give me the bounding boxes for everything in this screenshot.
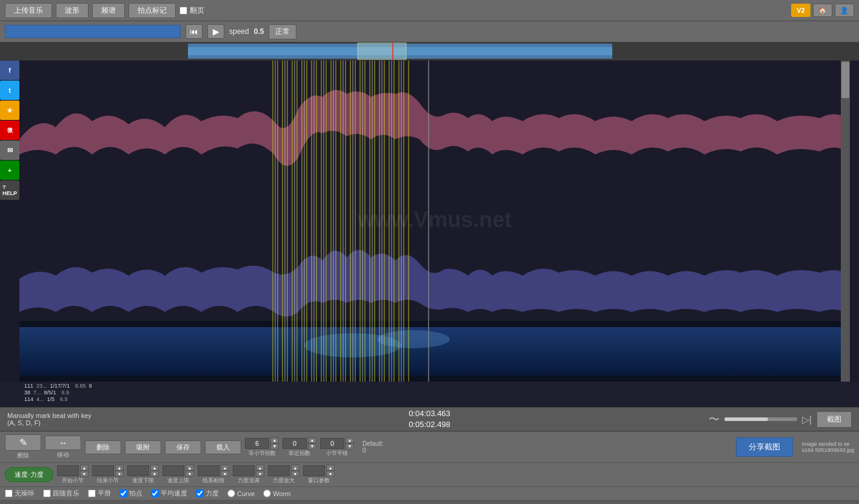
force-zoom-up[interactable]: ▲ [291,465,299,471]
screenshot-button[interactable]: 截图 [817,411,852,428]
force-checkbox[interactable] [196,489,204,497]
beats-per-bar-spinner[interactable]: ▲ ▼ [245,437,279,449]
normal-speed-button[interactable]: 正常 [269,24,296,39]
v2-icon[interactable]: V2 [791,4,811,17]
second-toolbar: 弱明演奏1 ⏮ ▶ speed 0.5 正常 [0,21,859,42]
snap-to-down[interactable]: ▼ [308,443,316,449]
waveform-button[interactable]: 波形 [56,3,89,18]
snap-to-up[interactable]: ▲ [308,437,316,443]
window-param-up[interactable]: ▲ [326,465,335,471]
force-zoom-input[interactable] [268,465,290,476]
scrollbar-thumb[interactable] [841,62,849,98]
beat-checkbox[interactable] [119,489,127,497]
no-noise-checkbox[interactable] [5,489,13,497]
upload-button[interactable]: 上传音乐 [5,3,52,18]
delete-button[interactable]: 删除 [85,440,121,454]
absorb-tool-group: 吸附 [125,440,161,454]
end-bar-down[interactable]: ▼ [115,471,124,477]
mail-button[interactable]: ✉ [0,141,19,160]
start-bar-input[interactable] [57,465,79,476]
add-button[interactable]: + [0,161,19,180]
flat-checkbox-label[interactable]: 平滑 [88,489,111,498]
speed-upper-down[interactable]: ▼ [186,471,194,477]
worm-radio[interactable] [263,489,271,497]
force-checkbox-label[interactable]: 力度 [196,489,219,498]
share-screenshot-button[interactable]: 分享截图 [736,437,793,457]
beats-per-bar-up[interactable]: ▲ [270,437,279,443]
end-bar-input[interactable] [92,465,114,476]
hide-music-checkbox[interactable] [43,489,51,497]
speed-lower-input[interactable] [127,465,149,476]
bar-move-down[interactable]: ▼ [346,443,354,449]
page-checkbox[interactable] [179,7,187,15]
speed-lower-up[interactable]: ▲ [150,465,159,471]
start-bar-up[interactable]: ▲ [80,465,89,471]
user-icon[interactable]: 👤 [835,4,854,17]
beat-checkbox-label[interactable]: 拍点 [119,489,142,498]
beat-mark-button[interactable]: 拍点标记 [129,3,176,18]
speed-upper-up[interactable]: ▲ [186,465,194,471]
vertical-scrollbar[interactable] [841,61,850,382]
force-zoom-down[interactable]: ▼ [291,471,299,477]
weibo-button[interactable]: 微 [0,121,19,140]
bar-move-input[interactable] [320,438,344,449]
home-icon[interactable]: 🏠 [813,4,832,17]
import-button[interactable]: 载入 [205,440,241,454]
flat-checkbox[interactable] [88,489,96,497]
waveform-display[interactable]: www.Vmus.net 111 23 34 38 77 81 9 [19,61,850,382]
image-sent-info: Image sended to se s164 5951909643.jpg [801,441,854,453]
line-width-up[interactable]: ▲ [221,465,229,471]
curve-radio-label[interactable]: Curve [227,489,255,497]
svg-rect-4 [392,42,393,60]
avg-speed-checkbox-label[interactable]: 平均速度 [151,489,187,498]
track-name-input[interactable]: 弱明演奏1 [5,25,181,38]
absorb-button[interactable]: 吸附 [125,440,161,454]
force-fade-down[interactable]: ▼ [256,471,264,477]
erase-button[interactable]: ✎ [5,434,41,451]
window-param-down[interactable]: ▼ [326,471,335,477]
overview-bar[interactable] [0,42,859,61]
main-waveform-area[interactable]: f t ★ 微 ✉ + ?HELP [0,61,859,382]
bar-move-spinner[interactable]: ▲ ▼ [320,437,354,449]
speed-force-button[interactable]: 速度·力度 [5,467,53,482]
line-width-down[interactable]: ▼ [221,471,229,477]
avg-speed-checkbox[interactable] [151,489,159,497]
window-param-input[interactable] [303,465,325,476]
rewind-button[interactable]: ⏮ [186,24,202,39]
save-button[interactable]: 保存 [165,440,201,454]
start-bar-down[interactable]: ▼ [80,471,89,477]
speed-upper-input[interactable] [162,465,184,476]
speed-lower-down[interactable]: ▼ [150,471,159,477]
spectrum-button[interactable]: 频谱 [92,3,125,18]
help-button[interactable]: ?HELP [0,181,19,200]
beat-label: 拍点 [129,489,142,498]
bar-move-up[interactable]: ▲ [346,437,354,443]
move-button[interactable]: ↔ [45,436,81,450]
favorite-button[interactable]: ★ [0,101,19,120]
twitter-button[interactable]: t [0,81,19,100]
status-right: 〜 ▷| 截图 [570,411,852,428]
facebook-button[interactable]: f [0,61,19,80]
svg-point-9 [377,330,450,348]
worm-radio-label[interactable]: Worm [263,489,290,497]
social-sidebar: f t ★ 微 ✉ + ?HELP [0,61,19,200]
force-fade-up[interactable]: ▲ [256,465,264,471]
end-bar-up[interactable]: ▲ [115,465,124,471]
snap-to-input[interactable] [282,438,307,449]
curve-radio[interactable] [227,489,235,497]
force-fade-group: ▲ ▼ 力度淡调 [233,465,264,485]
no-noise-checkbox-label[interactable]: 无噪咔 [5,489,35,498]
time-display: 0:04:03.463 0:05:02.498 [289,408,570,430]
play-button[interactable]: ▶ [207,24,224,39]
speed-upper-label: 速度上限 [167,477,189,485]
snap-to-spinner[interactable]: ▲ ▼ [282,437,316,449]
default-info: Default: 0 [363,440,383,454]
line-width-input[interactable] [198,465,219,476]
page-checkbox-label[interactable]: 翻页 [179,5,204,16]
volume-slider[interactable] [724,417,797,421]
beats-per-bar-down[interactable]: ▼ [270,443,279,449]
save-tool-group: 保存 [165,440,201,454]
force-fade-input[interactable] [233,465,255,476]
beats-per-bar-input[interactable] [245,438,269,449]
hide-music-checkbox-label[interactable]: 跟随音乐 [43,489,79,498]
